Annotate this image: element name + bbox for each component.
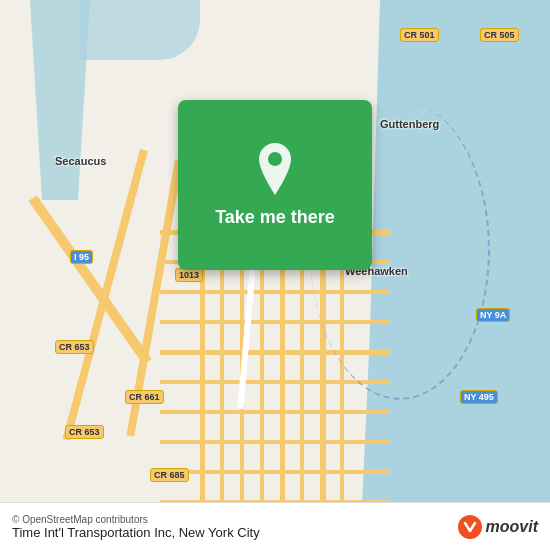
svg-point-1	[458, 515, 482, 539]
road	[160, 470, 390, 474]
badge-cr653a: CR 653	[55, 340, 94, 354]
moovit-text: moovit	[486, 518, 538, 536]
osm-attribution: © OpenStreetMap contributors	[12, 514, 260, 525]
moovit-icon	[458, 515, 482, 539]
location-name: Time Int'l Transportation Inc, New York …	[12, 525, 260, 540]
badge-cr501: CR 501	[400, 28, 439, 42]
bottom-bar: © OpenStreetMap contributors Time Int'l …	[0, 502, 550, 550]
water-top	[80, 0, 200, 60]
road	[160, 410, 390, 414]
label-guttenberg: Guttenberg	[380, 118, 439, 130]
take-me-there-label: Take me there	[215, 207, 335, 228]
badge-cr685: CR 685	[150, 468, 189, 482]
badge-cr505: CR 505	[480, 28, 519, 42]
badge-i95: I 95	[70, 250, 93, 264]
badge-ny495: NY 495	[460, 390, 498, 404]
badge-cr653b: CR 653	[65, 425, 104, 439]
bottom-left-info: © OpenStreetMap contributors Time Int'l …	[12, 514, 260, 540]
moovit-logo: moovit	[458, 515, 538, 539]
location-pin-icon	[253, 143, 297, 195]
badge-cr661: CR 661	[125, 390, 164, 404]
take-me-there-card[interactable]: Take me there	[178, 100, 372, 270]
svg-point-0	[268, 152, 282, 166]
badge-1013: 1013	[175, 268, 203, 282]
road	[160, 440, 390, 444]
label-secaucus: Secaucus	[55, 155, 106, 167]
map-container: I 95 1013 CR 501 CR 505 CR 653 CR 661 CR…	[0, 0, 550, 550]
badge-ny9a: NY 9A	[476, 308, 510, 322]
